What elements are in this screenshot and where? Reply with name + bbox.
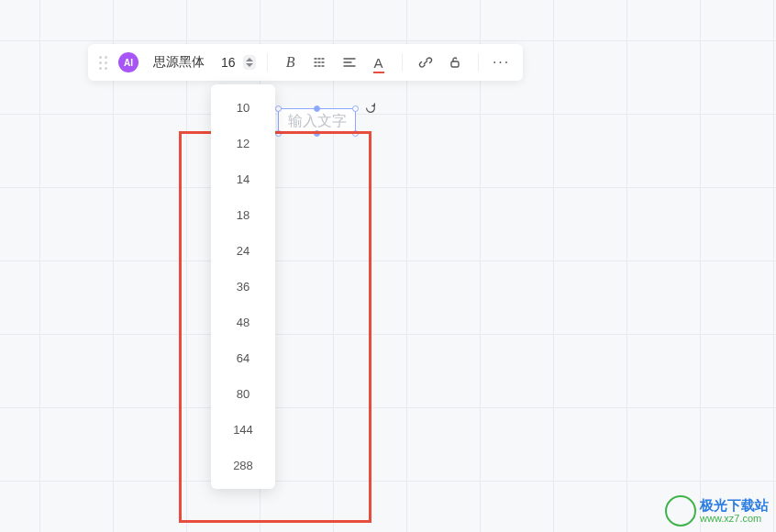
- rotate-handle[interactable]: [362, 100, 379, 116]
- unlock-icon: [448, 55, 462, 70]
- resize-handle-tl[interactable]: [275, 105, 282, 112]
- drag-handle-icon[interactable]: [95, 56, 111, 70]
- dropdown-item[interactable]: 288: [211, 448, 275, 483]
- placeholder-text: 输入文字: [288, 112, 347, 131]
- dropdown-item[interactable]: 12: [211, 126, 275, 161]
- text-input-box[interactable]: 输入文字: [278, 108, 356, 134]
- font-size-value: 16: [221, 55, 236, 70]
- watermark-url: www.xz7.com: [700, 513, 769, 524]
- more-button[interactable]: ···: [488, 49, 515, 76]
- svg-rect-0: [451, 61, 459, 67]
- dropdown-item[interactable]: 48: [211, 305, 275, 340]
- font-size-field[interactable]: 16: [214, 55, 258, 70]
- bold-button[interactable]: B: [277, 49, 305, 76]
- rotate-icon: [364, 102, 377, 115]
- text-color-button[interactable]: A: [365, 49, 393, 76]
- text-toolbar: AI 思源黑体 16 B A ···: [88, 44, 523, 81]
- resize-handle-bl[interactable]: [275, 130, 282, 137]
- watermark: 极光下载站 www.xz7.com: [665, 495, 769, 526]
- dropdown-item[interactable]: 36: [211, 269, 275, 305]
- dropdown-item[interactable]: 24: [211, 233, 275, 269]
- font-family-select[interactable]: 思源黑体: [146, 54, 212, 71]
- lock-button[interactable]: [441, 49, 469, 76]
- dropdown-item[interactable]: 18: [211, 197, 275, 233]
- chevron-up-icon[interactable]: [246, 58, 253, 61]
- dropdown-item[interactable]: 80: [211, 376, 275, 412]
- divider: [478, 53, 479, 72]
- bold-icon: B: [286, 54, 295, 71]
- ai-badge[interactable]: AI: [118, 52, 139, 72]
- font-size-dropdown: 10 12 14 18 24 36 48 64 80 144 288: [211, 84, 275, 489]
- dropdown-item[interactable]: 144: [211, 412, 275, 448]
- resize-handle-bm[interactable]: [314, 130, 320, 137]
- chevron-down-icon[interactable]: [246, 63, 253, 67]
- dropdown-item[interactable]: 10: [211, 90, 275, 126]
- font-size-stepper[interactable]: [243, 55, 256, 70]
- divider: [402, 53, 403, 72]
- watermark-title: 极光下载站: [700, 498, 769, 514]
- resize-handle-br[interactable]: [352, 130, 359, 137]
- align-button[interactable]: [336, 49, 363, 76]
- line-height-button[interactable]: [306, 49, 334, 76]
- link-icon: [418, 55, 433, 70]
- align-left-icon: [342, 55, 357, 70]
- divider: [267, 53, 268, 72]
- dropdown-item[interactable]: 14: [211, 161, 275, 197]
- ellipsis-icon: ···: [493, 54, 510, 71]
- dropdown-item[interactable]: 64: [211, 340, 275, 376]
- link-button[interactable]: [412, 49, 439, 76]
- resize-handle-tm[interactable]: [314, 105, 320, 112]
- watermark-logo-icon: [665, 495, 696, 526]
- text-color-icon: A: [374, 55, 383, 71]
- resize-handle-tr[interactable]: [352, 105, 359, 112]
- line-spacing-icon: [313, 55, 327, 70]
